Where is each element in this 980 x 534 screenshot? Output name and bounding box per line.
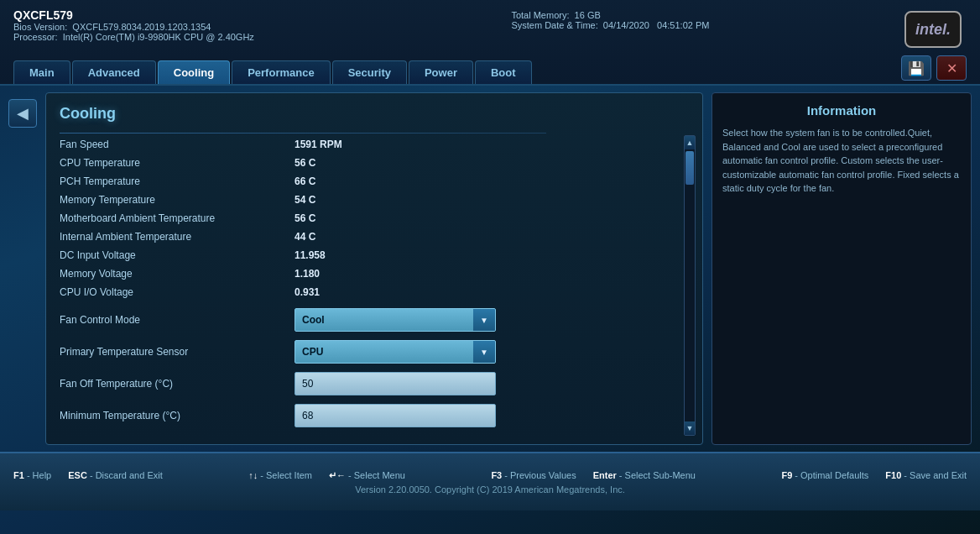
settings-table: Fan Speed 1591 RPM CPU Temperature 56 C … xyxy=(60,135,689,429)
internal-ambient-label: Internal Ambient Temperature xyxy=(60,231,295,243)
table-row: Memory Voltage 1.180 xyxy=(60,264,689,283)
dropdown-arrow-icon: ▼ xyxy=(473,341,495,363)
bios-processor: Processor: Intel(R) Core(TM) i9-9980HK C… xyxy=(13,32,254,42)
bios-info-right: Total Memory: 16 GB System Date & Time: … xyxy=(511,10,709,30)
dc-voltage-value: 11.958 xyxy=(295,249,326,261)
table-row: Minimum Temperature (°C) 68 xyxy=(60,402,689,429)
tab-performance[interactable]: Performance xyxy=(232,60,330,84)
pch-temp-label: PCH Temperature xyxy=(60,175,295,187)
tab-power[interactable]: Power xyxy=(409,60,473,84)
table-row: Fan Off Temperature (°C) 50 xyxy=(60,370,689,397)
f10-key: F10 - Save and Exit xyxy=(885,470,967,481)
footer-copyright: Version 2.20.0050. Copyright (C) 2019 Am… xyxy=(13,484,967,495)
info-text: Select how the system fan is to be contr… xyxy=(722,126,961,196)
fan-off-temp-input[interactable]: 50 xyxy=(295,372,496,395)
cpu-io-voltage-value: 0.931 xyxy=(295,286,320,298)
fan-control-mode-dropdown[interactable]: Cool ▼ xyxy=(295,308,496,332)
memory-temp-label: Memory Temperature xyxy=(60,194,295,206)
header: QXCFL579 Bios Version: QXCFL579.8034.201… xyxy=(0,0,980,86)
fan-control-mode-value: Cool xyxy=(295,314,473,326)
enter-sub-key: Enter - Select Sub-Menu xyxy=(593,470,696,481)
tab-advanced[interactable]: Advanced xyxy=(72,60,156,84)
info-panel: Information Select how the system fan is… xyxy=(712,92,972,445)
table-row: PCH Temperature 66 C xyxy=(60,172,689,191)
tab-cooling[interactable]: Cooling xyxy=(158,60,230,84)
table-row: Fan Control Mode Cool ▼ xyxy=(60,306,689,333)
f9-key: F9 - Optimal Defaults xyxy=(781,470,868,481)
min-temp-label: Minimum Temperature (°C) xyxy=(60,410,295,421)
primary-temp-sensor-value: CPU xyxy=(295,346,473,358)
scroll-up-button[interactable]: ▲ xyxy=(685,136,695,149)
cpu-temp-value: 56 C xyxy=(295,157,315,169)
table-row: Memory Temperature 54 C xyxy=(60,191,689,209)
tab-security[interactable]: Security xyxy=(332,60,407,84)
primary-temp-sensor-label: Primary Temperature Sensor xyxy=(60,346,295,358)
divider xyxy=(60,133,546,134)
info-title: Information xyxy=(722,103,961,118)
table-row: DC Input Voltage 11.958 xyxy=(60,246,689,264)
bios-info-left: QXCFL579 Bios Version: QXCFL579.8034.201… xyxy=(13,8,254,42)
close-button[interactable]: ✕ xyxy=(936,55,967,81)
bios-model: QXCFL579 xyxy=(13,8,254,22)
min-temp-input[interactable]: 68 xyxy=(295,404,496,427)
intel-text: intel. xyxy=(915,21,951,39)
table-row: Fan Speed 1591 RPM xyxy=(60,135,689,154)
internal-ambient-value: 44 C xyxy=(295,231,315,243)
f3-key: F3 - Previous Values xyxy=(491,470,576,481)
mb-ambient-label: Motherboard Ambient Temperature xyxy=(60,212,295,224)
system-datetime: System Date & Time: 04/14/2020 04:51:02 … xyxy=(511,20,709,30)
mb-ambient-value: 56 C xyxy=(295,212,315,224)
scroll-down-button[interactable]: ▼ xyxy=(685,421,695,435)
footer-keys: F1 - Help ESC - Discard and Exit ↑↓ - Se… xyxy=(13,470,967,481)
save-button[interactable]: 💾 xyxy=(901,55,931,81)
fan-speed-value: 1591 RPM xyxy=(295,139,342,150)
pch-temp-value: 66 C xyxy=(295,175,315,187)
bios-version: Bios Version: QXCFL579.8034.2019.1203.13… xyxy=(13,22,254,32)
total-memory: Total Memory: 16 GB xyxy=(511,10,600,20)
table-row: CPU Temperature 56 C xyxy=(60,154,689,172)
tab-boot[interactable]: Boot xyxy=(475,60,532,84)
header-buttons: 💾 ✕ xyxy=(901,55,967,84)
table-row: Internal Ambient Temperature 44 C xyxy=(60,228,689,246)
memory-voltage-label: Memory Voltage xyxy=(60,268,295,280)
main-content: ◀ Cooling Fan Speed 1591 RPM CPU Tempera… xyxy=(0,86,980,452)
esc-key: ESC - Discard and Exit xyxy=(68,470,163,481)
dropdown-arrow-icon: ▼ xyxy=(473,309,495,331)
back-button[interactable]: ◀ xyxy=(8,99,37,128)
arrows-key: ↑↓ - Select Item xyxy=(248,470,312,481)
enter-menu-key: ↵← - Select Menu xyxy=(329,470,405,481)
cooling-panel: Cooling Fan Speed 1591 RPM CPU Temperatu… xyxy=(45,92,703,445)
f1-key: F1 - Help xyxy=(13,470,51,481)
scroll-thumb[interactable] xyxy=(685,151,694,185)
memory-temp-value: 54 C xyxy=(295,194,315,206)
memory-voltage-value: 1.180 xyxy=(295,268,320,280)
cpu-temp-label: CPU Temperature xyxy=(60,157,295,169)
table-row: CPU I/O Voltage 0.931 xyxy=(60,283,689,301)
nav-tabs: Main Advanced Cooling Performance Securi… xyxy=(13,57,532,84)
scrollbar[interactable]: ▲ ▼ xyxy=(684,135,696,436)
fan-off-temp-label: Fan Off Temperature (°C) xyxy=(60,378,295,390)
primary-temp-sensor-dropdown[interactable]: CPU ▼ xyxy=(295,340,496,364)
panel-title: Cooling xyxy=(60,105,689,123)
fan-control-mode-label: Fan Control Mode xyxy=(60,314,295,326)
intel-logo: intel. xyxy=(899,8,967,50)
table-row: Primary Temperature Sensor CPU ▼ xyxy=(60,338,689,365)
cpu-io-voltage-label: CPU I/O Voltage xyxy=(60,286,295,298)
table-row: Motherboard Ambient Temperature 56 C xyxy=(60,209,689,228)
footer: F1 - Help ESC - Discard and Exit ↑↓ - Se… xyxy=(0,452,980,510)
dc-voltage-label: DC Input Voltage xyxy=(60,249,295,261)
tab-main[interactable]: Main xyxy=(13,60,70,84)
fan-speed-label: Fan Speed xyxy=(60,139,295,150)
